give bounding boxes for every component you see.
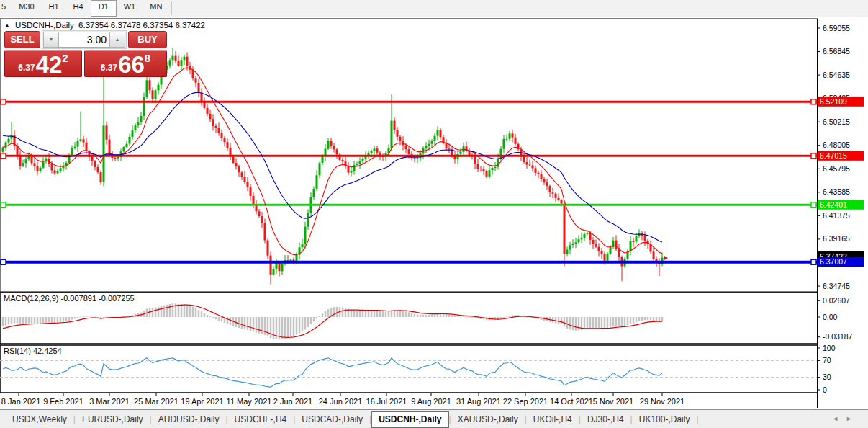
tabs-scroll-left-icon[interactable]: ◄ xyxy=(832,415,846,422)
macd-histogram xyxy=(2,303,664,339)
svg-text:19 Apr 2021: 19 Apr 2021 xyxy=(181,397,223,406)
buy-price-box[interactable]: 6.37 66 8 xyxy=(84,50,167,77)
volume-increase-button[interactable]: ▴ xyxy=(109,32,125,48)
tab-usdcad-daily[interactable]: USDCAD-,Daily xyxy=(295,411,369,427)
svg-text:25 Mar 2021: 25 Mar 2021 xyxy=(134,397,178,406)
rsi-levels xyxy=(0,360,817,377)
rsi-line xyxy=(3,358,662,388)
tab-usdchf-h4[interactable]: USDCHF-,H4 xyxy=(228,411,294,427)
timeframe-toolbar: 5M30H1H4D1W1MN xyxy=(0,0,868,17)
tf-button-m30[interactable]: M30 xyxy=(12,0,41,17)
tab-eurusd-daily[interactable]: EURUSD-,Daily xyxy=(76,411,150,427)
rsi-label: RSI(14) 42.4254 xyxy=(4,347,62,355)
svg-text:5 Nov 2021: 5 Nov 2021 xyxy=(593,397,633,406)
chart-ohlc-values: 6.37354 6.37478 6.37354 6.37422 xyxy=(78,21,205,30)
svg-text:6.42401: 6.42401 xyxy=(820,200,847,209)
tab-usdx-weekly[interactable]: USDX,Weekly xyxy=(6,411,73,427)
last-price-marker xyxy=(664,256,668,260)
buy-price-prefix: 6.37 xyxy=(101,63,117,73)
chart-title: USDCNH-,Daily xyxy=(15,21,74,30)
svg-text:70: 70 xyxy=(823,356,831,365)
tab-uk100-daily[interactable]: UK100-,Daily xyxy=(633,411,697,427)
svg-text:6.48005: 6.48005 xyxy=(823,141,850,149)
svg-text:0.02607: 0.02607 xyxy=(823,296,850,305)
volume-spinner: ▾ ▴ xyxy=(42,30,127,49)
tab-separator: | xyxy=(696,414,698,424)
tf-button-h4[interactable]: H4 xyxy=(66,0,91,17)
svg-text:29 Nov 2021: 29 Nov 2021 xyxy=(640,397,684,406)
sell-price-pip: 2 xyxy=(62,52,68,64)
tab-xauusd-daily[interactable]: XAUUSD-,Daily xyxy=(451,411,525,427)
svg-text:6.52109: 6.52109 xyxy=(820,97,847,106)
tf-button-h1[interactable]: H1 xyxy=(42,0,66,17)
tf-button-w1[interactable]: W1 xyxy=(117,0,143,17)
date-axis: 18 Jan 20219 Feb 20213 Mar 202125 Mar 20… xyxy=(0,393,684,406)
svg-text:-0.03187: -0.03187 xyxy=(823,332,853,341)
svg-text:100: 100 xyxy=(823,344,836,352)
volume-decrease-button[interactable]: ▾ xyxy=(43,32,59,48)
tf-button-d1[interactable]: D1 xyxy=(91,0,117,17)
tab-ukoil-h4[interactable]: UKOil-,H4 xyxy=(527,411,579,427)
svg-text:3 Mar 2021: 3 Mar 2021 xyxy=(89,397,130,406)
svg-text:6.41375: 6.41375 xyxy=(823,211,850,220)
candles xyxy=(2,48,664,284)
svg-text:22 Sep 2021: 22 Sep 2021 xyxy=(503,397,548,406)
trade-panel: SELL ▾ ▴ BUY 6.37 42 2 6.37 66 8 xyxy=(4,30,167,77)
sell-price-box[interactable]: 6.37 42 2 xyxy=(4,50,82,77)
tf-button-5[interactable]: 5 xyxy=(0,0,12,17)
buy-button[interactable]: BUY xyxy=(128,31,167,48)
svg-text:31 Aug 2021: 31 Aug 2021 xyxy=(456,397,501,406)
svg-text:6.56845: 6.56845 xyxy=(823,47,850,55)
toolbar-separator xyxy=(171,1,172,15)
collapse-panel-icon[interactable]: ▲ xyxy=(4,22,10,29)
tab-dj30-h4[interactable]: DJ30-,H4 xyxy=(581,411,630,427)
volume-input[interactable] xyxy=(59,32,109,48)
sell-price-prefix: 6.37 xyxy=(18,63,35,73)
svg-text:6.59055: 6.59055 xyxy=(823,24,850,32)
svg-text:2 Jun 2021: 2 Jun 2021 xyxy=(273,397,312,406)
horizontal-lines[interactable] xyxy=(0,99,817,264)
svg-text:16 Jul 2021: 16 Jul 2021 xyxy=(366,397,407,406)
svg-text:9 Feb 2021: 9 Feb 2021 xyxy=(43,397,83,406)
svg-text:6.39165: 6.39165 xyxy=(823,234,850,243)
tab-audusd-daily[interactable]: AUDUSD-,Daily xyxy=(152,411,226,427)
sell-button[interactable]: SELL xyxy=(4,31,40,48)
chart-tabbar: USDX,Weekly|EURUSD-,Daily|AUDUSD-,Daily|… xyxy=(0,409,868,428)
svg-text:0.00: 0.00 xyxy=(823,313,838,321)
svg-text:0: 0 xyxy=(823,385,827,394)
svg-text:18 Jan 2021: 18 Jan 2021 xyxy=(0,397,40,406)
tabs-scroll-right-icon[interactable]: ► xyxy=(846,415,859,422)
macd-axis: 0.026070.00-0.03187 xyxy=(818,296,853,341)
macd-label: MACD(12,26,9) -0.007891 -0.007255 xyxy=(4,294,135,303)
svg-text:30: 30 xyxy=(823,373,831,381)
chart-header: ▲USDCNH-,Daily 6.37354 6.37478 6.37354 6… xyxy=(4,21,205,30)
macd-signal-line xyxy=(3,305,662,337)
svg-text:11 May 2021: 11 May 2021 xyxy=(227,397,272,406)
svg-text:6.54635: 6.54635 xyxy=(823,71,850,79)
sell-price-main: 42 xyxy=(36,54,63,76)
svg-text:6.43585: 6.43585 xyxy=(823,187,850,196)
svg-text:6.34745: 6.34745 xyxy=(823,282,850,290)
svg-text:6.45795: 6.45795 xyxy=(823,164,850,173)
svg-text:6.47015: 6.47015 xyxy=(820,151,847,160)
svg-text:6.37007: 6.37007 xyxy=(820,257,847,266)
buy-price-main: 66 xyxy=(118,54,145,76)
tf-button-mn[interactable]: MN xyxy=(143,0,169,17)
buy-price-pip: 8 xyxy=(145,52,150,64)
svg-text:9 Aug 2021: 9 Aug 2021 xyxy=(411,397,451,406)
svg-text:14 Oct 2021: 14 Oct 2021 xyxy=(550,397,593,406)
rsi-axis: 10070300 xyxy=(818,344,836,394)
svg-text:24 Jun 2021: 24 Jun 2021 xyxy=(319,397,363,406)
tab-usdcnh-daily[interactable]: USDCNH-,Daily xyxy=(371,411,448,428)
svg-text:6.50215: 6.50215 xyxy=(823,117,850,126)
